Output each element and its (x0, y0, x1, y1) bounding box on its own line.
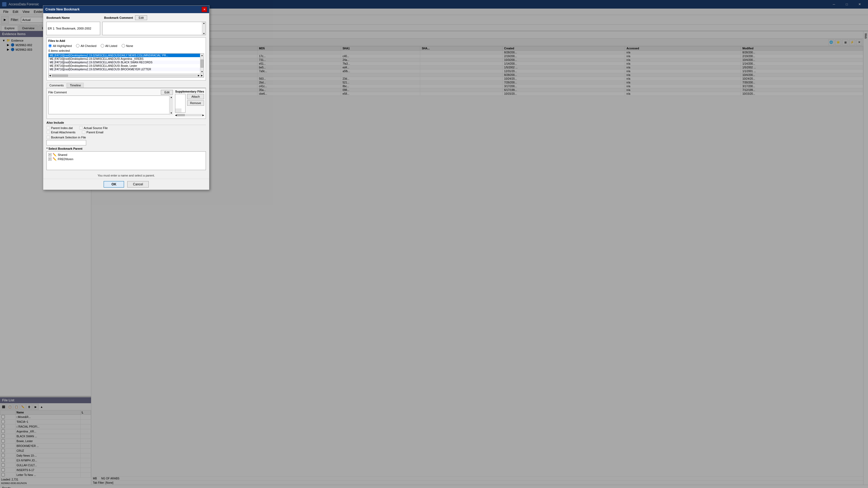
scroll-thumb[interactable] (200, 60, 204, 68)
file-items-box[interactable]: ME [FAT16][root]\Desktopitems2.19.02\MIS… (48, 54, 204, 77)
radio-all-highlighted-label: All Highlighted (53, 44, 72, 47)
supplementary-col: Supplementary Files (175, 90, 204, 117)
dialog-close-button[interactable]: ✕ (202, 7, 207, 12)
file-comment-textarea[interactable] (48, 96, 173, 114)
comment-scroll-down[interactable]: ▼ (169, 111, 173, 115)
tab-comments[interactable]: Comments (46, 83, 67, 88)
supp-scroll-container (175, 94, 185, 112)
bookmark-comment-label: Bookmark Comment (104, 16, 133, 19)
file-items-scroll-down[interactable]: ▼ (200, 70, 204, 73)
dialog-file-item[interactable]: ME [FAT16][root]\Desktopitems2.19.02\MIS… (49, 57, 204, 61)
parent-tree-shared[interactable]: + ✏️ Shared (48, 153, 205, 157)
expand-fred[interactable]: + (48, 158, 52, 161)
comment-area-scrollbar: ▲ ▼ (169, 96, 173, 115)
supp-nav-right[interactable]: ▶ (203, 114, 204, 117)
comment-scroll-up[interactable]: ▲ (169, 96, 173, 99)
radio-none[interactable]: None (122, 44, 133, 47)
file-items-scroll-left[interactable]: ◀ (49, 74, 51, 77)
expand-shared[interactable]: + (48, 153, 52, 156)
supp-nav-track[interactable] (177, 114, 203, 116)
bookmark-sel-input[interactable] (46, 140, 86, 145)
file-comment-edit-button[interactable]: Edit (161, 90, 173, 95)
cancel-button[interactable]: Cancel (127, 181, 149, 188)
scroll-down-arrow[interactable]: ▼ (203, 32, 205, 35)
radio-all-listed[interactable]: All Listed (101, 44, 117, 47)
supp-label: Supplementary Files (175, 90, 204, 93)
supp-content (175, 94, 182, 109)
select-parent-section: * Select Bookmark Parent + ✏️ Shared + ✏… (46, 147, 206, 170)
radio-all-checked[interactable]: All Checked (76, 44, 96, 47)
supp-nav-thumb[interactable] (177, 114, 185, 116)
items-selected-text: 5 items selected. (48, 49, 204, 52)
parent-tree-fred[interactable]: + ✏️ FRED\foren (48, 157, 205, 161)
dialog-footer: OK Cancel (43, 179, 209, 190)
radio-all-highlighted[interactable]: All Highlighted (48, 44, 72, 47)
ok-button[interactable]: OK (104, 181, 124, 188)
dialog-file-item[interactable]: ME [FAT16][root]\Desktopitems2.19.02\MIS… (49, 64, 204, 68)
bookmark-sel-checkbox[interactable] (46, 135, 50, 139)
attach-button[interactable]: Attach (187, 94, 204, 99)
check-email-attachments[interactable]: Email Attachments (46, 130, 75, 134)
comments-tab-content: File Comment Edit ▲ ▼ (46, 88, 206, 119)
inner-tab-bar: Comments Timeline (46, 83, 206, 88)
radio-all-listed-label: All Listed (105, 44, 117, 47)
nav-corner-btn[interactable]: ▶ (200, 73, 204, 77)
bookmark-input-row: ▲ ▼ (46, 22, 206, 35)
bookmark-sel-label: Bookmark Selection in File (51, 136, 86, 139)
files-to-add-label: Files to Add (48, 39, 204, 42)
check-actual-source[interactable]: Actual Source File (79, 126, 108, 130)
check-email-attachments-label: Email Attachments (51, 131, 75, 134)
bookmark-comment-edit-button[interactable]: Edit (135, 15, 147, 20)
also-include-label: Also Include (46, 121, 206, 125)
dialog-file-item[interactable]: ME [FAT16][root]\Desktopitems2.19.02\MIS… (49, 61, 204, 64)
radio-group-files: All Highlighted All Checked All Listed (48, 44, 204, 47)
also-include-section: Also Include Parent Index.dat Actual Sou… (46, 121, 206, 134)
bookmark-name-row: Bookmark Name Bookmark Comment Edit (46, 15, 206, 20)
supp-hscroll[interactable] (175, 109, 182, 112)
parent-tree-fred-label: FRED\foren (58, 158, 73, 161)
parent-tree-box[interactable]: + ✏️ Shared + ✏️ FRED\foren (46, 151, 206, 170)
file-items-scrollbar-v[interactable]: ▲ ▼ (200, 54, 204, 73)
scroll-thumb-inner[interactable] (52, 74, 68, 77)
app-window: AccessData Forensic ─ □ ✕ File Edit View… (0, 0, 868, 488)
dialog-title-bar: Create New Bookmark ✕ (43, 6, 209, 13)
check-parent-email[interactable]: Parent Email (82, 130, 103, 134)
file-items-scrollbar-h[interactable]: ◀ ▶ (49, 73, 200, 77)
supp-files-box[interactable] (175, 94, 186, 113)
bookmark-name-input[interactable] (46, 22, 100, 35)
dialog-file-item[interactable]: ME [FAT16][root]\Desktopitems2.19.02\MIS… (49, 54, 204, 57)
comment-scrollbar: ▲ ▼ (202, 22, 206, 35)
scroll-up-arrow[interactable]: ▲ (203, 22, 205, 24)
remove-button[interactable]: Remove (187, 100, 204, 106)
file-items-list: ME [FAT16][root]\Desktopitems2.19.02\MIS… (49, 54, 204, 71)
attach-remove-buttons: Attach Remove (187, 94, 204, 106)
parent-tree-shared-label: Shared (58, 153, 67, 156)
file-comment-label: File Comment (48, 91, 67, 94)
radio-all-checked-label: All Checked (81, 44, 96, 47)
file-comment-container: ▲ ▼ (48, 96, 173, 115)
create-bookmark-dialog: Create New Bookmark ✕ Bookmark Name Book… (43, 5, 209, 190)
check-parent-email-label: Parent Email (87, 131, 103, 134)
scroll-thumb-h[interactable] (52, 74, 197, 77)
check-actual-source-label: Actual Source File (84, 126, 108, 130)
file-items-scroll-up[interactable]: ▲ (200, 54, 204, 57)
dialog-title: Create New Bookmark (45, 7, 202, 11)
bookmark-sel-row: Bookmark Selection in File (46, 135, 206, 139)
comments-section: Comments Timeline File Comment Edit (46, 83, 206, 119)
file-comment-col: File Comment Edit ▲ ▼ (48, 90, 173, 117)
dialog-file-item[interactable]: ME [FAT16][root]\Desktopitems2.19.02\MIS… (49, 68, 204, 71)
file-items-scroll-right[interactable]: ▶ (197, 74, 200, 77)
check-parent-index[interactable]: Parent Index.dat (46, 126, 73, 130)
bookmark-comment-box[interactable]: ▲ ▼ (102, 22, 206, 35)
supp-nav-row: ◀ ▶ (175, 113, 204, 117)
bookmark-selection-section: Bookmark Selection in File (46, 135, 206, 145)
dialog-overlay: Create New Bookmark ✕ Bookmark Name Book… (0, 0, 868, 488)
check-parent-index-label: Parent Index.dat (51, 126, 73, 130)
file-comment-header: File Comment Edit (48, 90, 173, 95)
bookmark-icon-fred: ✏️ (53, 157, 57, 161)
dialog-message: You must enter a name and select a paren… (43, 172, 209, 179)
file-comment-row: File Comment Edit ▲ ▼ (48, 90, 204, 117)
tab-timeline[interactable]: Timeline (67, 83, 84, 88)
also-include-row1: Parent Index.dat Actual Source File (46, 126, 206, 130)
bookmark-icon-shared: ✏️ (53, 153, 57, 157)
